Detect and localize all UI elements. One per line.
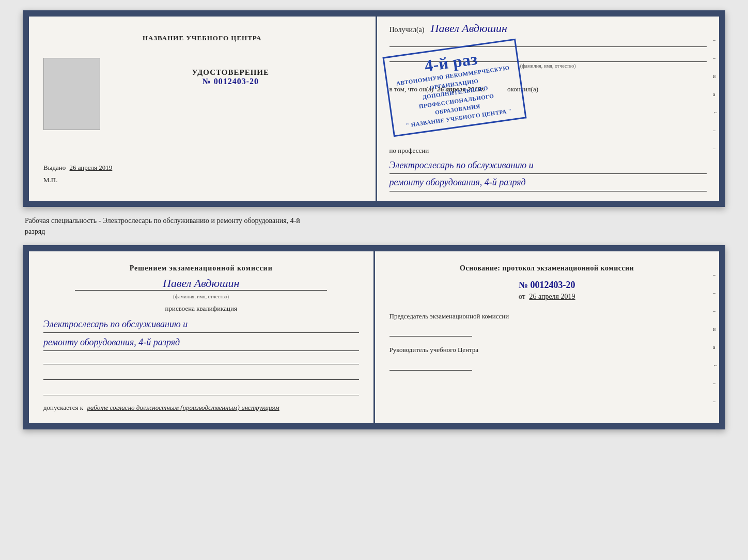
chairman-block: Председатель экзаменационной комиссии [389, 311, 705, 337]
qualification-line1: Электрослесарь по обслуживанию и [43, 316, 359, 333]
top-doc-left: НАЗВАНИЕ УЧЕБНОГО ЦЕНТРА УДОСТОВЕРЕНИЕ №… [29, 17, 377, 201]
bottom-document: Решением экзаменационной комиссии Павел … [23, 245, 725, 430]
blank-line-3 [43, 382, 359, 395]
b-side-dash-2: – [713, 290, 718, 296]
assigned-label: присвоена квалификация [43, 305, 359, 313]
допускается-block: допускается к работе согласно должностны… [43, 404, 359, 412]
b-side-label-i: и [713, 326, 718, 332]
cert-number: № 0012403-20 [192, 77, 270, 86]
chairman-label: Председатель экзаменационной комиссии [389, 311, 705, 322]
side-label-i: и [713, 73, 718, 79]
commission-title: Решением экзаменационной комиссии [43, 263, 359, 274]
commission-name: Павел Авдюшин [75, 277, 327, 291]
b-side-label-left: ← [713, 362, 718, 368]
fio-label-top: (фамилия, имя, отчество) [389, 61, 707, 69]
issued-line: Выдано 26 апреля 2019 [43, 164, 361, 172]
separator-line2: разряд [25, 226, 723, 237]
side-dash-3: – [713, 127, 718, 133]
separator-line1: Рабочая специальность - Электрослесарь п… [25, 215, 723, 226]
b-side-dash-4: – [713, 380, 718, 386]
issued-text: Выдано [43, 164, 66, 171]
top-center-title: НАЗВАНИЕ УЧЕБНОГО ЦЕНТРА [143, 34, 262, 42]
issued-date: 26 апреля 2019 [70, 164, 113, 171]
side-label-left: ← [713, 109, 718, 115]
side-dash-1: – [713, 37, 718, 43]
допускается-prefix: допускается к [43, 404, 83, 411]
profession-line2: ремонту оборудования, 4-й разряд [389, 174, 707, 191]
top-doc-right: Получил(а) Павел Авдюшин (фамилия, имя, … [377, 17, 720, 201]
допускается-italic: работе согласно должностным (производств… [87, 404, 279, 411]
vtom-date: 26 апреля 2019г. [437, 85, 485, 93]
cert-title-block: УДОСТОВЕРЕНИЕ № 0012403-20 [192, 68, 270, 86]
bottom-right-side-labels: – – – и а ← – – [713, 272, 718, 404]
received-name: Павел Авдюшин [431, 22, 507, 35]
profession-block: по профессии Электрослесарь по обслужива… [389, 147, 707, 191]
mp-line: М.П. [43, 176, 361, 184]
side-dash-2: – [713, 55, 718, 61]
stamp-line3: " НАЗВАНИЕ УЧЕБНОГО ЦЕНТРА " [399, 105, 518, 130]
blank-line-2 [43, 366, 359, 380]
profession-label: по профессии [389, 147, 707, 155]
side-dash-4: – [713, 146, 718, 151]
b-side-dash-3: – [713, 308, 718, 314]
received-prefix: Получил(а) [389, 26, 425, 34]
vtom-block: в том, что он(а) 26 апреля 2019г. окончи… [389, 84, 707, 95]
right-side-labels: – – и а ← – – [713, 37, 718, 151]
bottom-doc-left: Решением экзаменационной комиссии Павел … [29, 251, 375, 424]
photo-placeholder [43, 58, 100, 130]
b-side-dash-1: – [713, 272, 718, 278]
b-side-label-a: а [713, 344, 718, 350]
separator-text: Рабочая специальность - Электрослесарь п… [23, 215, 725, 237]
from-date-value: 26 апреля 2019 [529, 293, 575, 300]
osnov-label: Основание: протокол экзаменационной коми… [389, 263, 705, 274]
vtom-prefix: в том, что он(а) [389, 85, 434, 93]
top-document: НАЗВАНИЕ УЧЕБНОГО ЦЕНТРА УДОСТОВЕРЕНИЕ №… [23, 10, 725, 207]
director-block: Руководитель учебного Центра [389, 345, 705, 371]
from-date: от 26 апреля 2019 [389, 293, 705, 301]
fio-label-bottom: (фамилия, имя, отчество) [43, 294, 359, 299]
director-signature-line [389, 358, 472, 371]
received-line: Получил(а) Павел Авдюшин [389, 26, 707, 34]
protocol-number: № 0012403-20 [389, 280, 705, 291]
blank-line-1 [43, 351, 359, 364]
from-prefix: от [519, 293, 525, 300]
cert-label: УДОСТОВЕРЕНИЕ [192, 68, 270, 77]
profession-line1: Электрослесарь по обслуживанию и [389, 157, 707, 174]
director-label: Руководитель учебного Центра [389, 345, 705, 355]
qualification-line2: ремонту оборудования, 4-й разряд [43, 334, 359, 351]
okonchil: окончил(а) [507, 85, 538, 93]
chairman-signature-line [389, 324, 472, 337]
b-side-dash-5: – [713, 398, 718, 404]
side-label-a: а [713, 91, 718, 97]
bottom-doc-right: Основание: протокол экзаменационной коми… [375, 251, 720, 424]
